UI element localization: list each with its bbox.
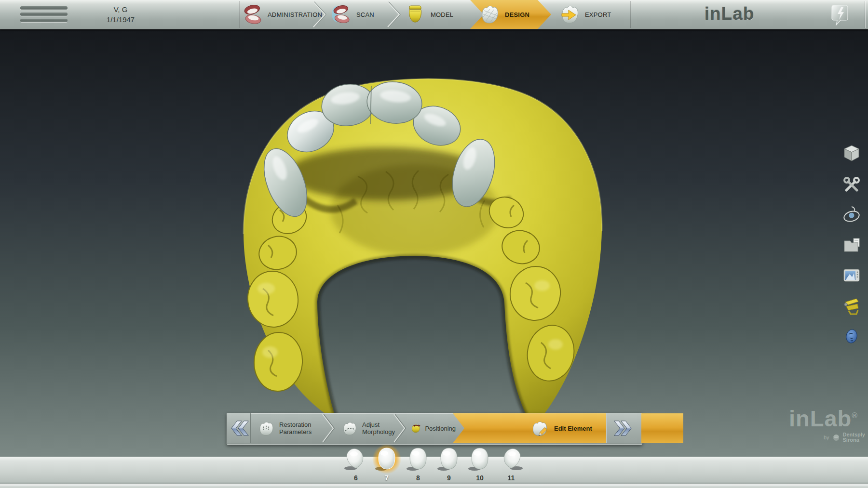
tab-scan[interactable]: SCAN bbox=[330, 0, 374, 29]
step-label: Positioning bbox=[425, 425, 456, 432]
step-positioning[interactable]: Positioning bbox=[407, 413, 456, 443]
incisor-tooth-icon bbox=[373, 446, 400, 471]
tooth-item-10[interactable]: 10 bbox=[464, 446, 495, 485]
incisor-tooth-icon bbox=[466, 446, 493, 471]
double-chevron-left-icon bbox=[229, 419, 249, 438]
articulation-motion-icon[interactable] bbox=[841, 204, 862, 226]
restoration-parameters-icon bbox=[257, 420, 275, 437]
step-chevron-divider bbox=[322, 413, 336, 443]
next-step-button[interactable] bbox=[606, 413, 641, 443]
previous-step-button[interactable] bbox=[227, 413, 251, 443]
canine-tooth-icon bbox=[342, 446, 369, 471]
tooth-selector: 6 7 8 bbox=[0, 446, 868, 485]
header-divider bbox=[865, 1, 866, 28]
top-bar: V, G 1/1/1947 bbox=[0, 0, 868, 29]
step-label: Adjust Morphology bbox=[362, 421, 398, 435]
step-chevron-divider bbox=[393, 413, 407, 443]
display-settings-icon[interactable] bbox=[841, 264, 862, 287]
header-divider bbox=[240, 1, 240, 28]
tab-label: EXPORT bbox=[585, 11, 611, 18]
tooth-number: 9 bbox=[434, 474, 464, 482]
help-bubble-icon[interactable] bbox=[829, 3, 851, 26]
tab-design[interactable]: DESIGN bbox=[478, 0, 529, 29]
step-label: Restoration Parameters bbox=[279, 421, 320, 435]
tooth-number: 10 bbox=[464, 474, 495, 482]
tab-export[interactable]: EXPORT bbox=[558, 0, 611, 29]
tab-chevron-divider bbox=[387, 1, 402, 28]
tools-wrenches-icon[interactable] bbox=[841, 173, 862, 196]
tab-label: DESIGN bbox=[505, 11, 529, 18]
tooth-item-9[interactable]: 9 bbox=[434, 446, 464, 485]
watermark-by: by bbox=[824, 435, 829, 440]
inlab-application-window: V, G 1/1/1947 bbox=[0, 0, 868, 488]
step-label: Edit Element bbox=[554, 425, 592, 432]
smile-design-face-icon[interactable] bbox=[841, 325, 862, 347]
watermark-company: Dentsply Sirona bbox=[843, 432, 865, 443]
canine-tooth-icon bbox=[498, 446, 525, 471]
view-options-cube-icon[interactable] bbox=[841, 143, 862, 165]
tooth-number: 7 bbox=[371, 474, 402, 482]
denture-scan-icon bbox=[330, 3, 352, 26]
patient-dob: 1/1/1947 bbox=[72, 14, 169, 25]
tab-label: ADMINISTRATION bbox=[268, 11, 322, 18]
edit-element-icon bbox=[530, 419, 549, 437]
virtual-articulator-icon[interactable] bbox=[841, 295, 862, 317]
double-chevron-right-icon bbox=[614, 419, 634, 438]
tooth-number: 6 bbox=[340, 474, 371, 482]
tab-model[interactable]: MODEL bbox=[404, 0, 453, 29]
dentsply-sirona-leaf-icon bbox=[832, 433, 841, 442]
tooth-item-6[interactable]: 6 bbox=[340, 446, 371, 485]
incisor-tooth-icon bbox=[405, 446, 432, 471]
adjust-morphology-icon bbox=[341, 420, 358, 437]
crown-export-icon bbox=[558, 3, 581, 26]
tooth-item-11[interactable]: 11 bbox=[496, 446, 527, 485]
inlab-logo: inLab bbox=[687, 4, 772, 24]
patient-info: V, G 1/1/1947 bbox=[72, 4, 169, 25]
case-folder-icon[interactable] bbox=[841, 234, 862, 256]
patient-name: V, G bbox=[72, 4, 169, 14]
incisor-tooth-icon bbox=[435, 446, 462, 471]
dental-arch-model[interactable] bbox=[0, 29, 868, 457]
denture-icon bbox=[241, 3, 263, 26]
positioning-icon bbox=[410, 420, 421, 437]
model-die-icon bbox=[404, 3, 426, 26]
tooth-number: 8 bbox=[403, 474, 434, 482]
tooth-item-8[interactable]: 8 bbox=[403, 446, 434, 485]
watermark-brand: inLab® bbox=[779, 404, 868, 430]
tab-label: MODEL bbox=[431, 11, 453, 18]
side-toolbar bbox=[841, 143, 862, 356]
tooth-item-7-selected[interactable]: 7 bbox=[371, 446, 402, 485]
header-divider bbox=[631, 1, 631, 28]
main-menu-button[interactable] bbox=[20, 6, 68, 23]
step-restoration-parameters[interactable]: Restoration Parameters bbox=[251, 413, 327, 443]
inlab-watermark: inLab® by Dentsply Sirona bbox=[779, 404, 868, 443]
step-edit-element[interactable]: Edit Element bbox=[453, 413, 683, 443]
tab-administration[interactable]: ADMINISTRATION bbox=[241, 0, 322, 29]
viewport-3d: Restoration Parameters Adjust Morphology bbox=[0, 29, 868, 457]
crown-wireframe-icon bbox=[478, 3, 501, 26]
tab-label: SCAN bbox=[356, 11, 374, 18]
tooth-number: 11 bbox=[496, 474, 527, 482]
step-adjust-morphology[interactable]: Adjust Morphology bbox=[336, 413, 398, 443]
workflow-step-bar: Restoration Parameters Adjust Morphology bbox=[227, 413, 642, 445]
